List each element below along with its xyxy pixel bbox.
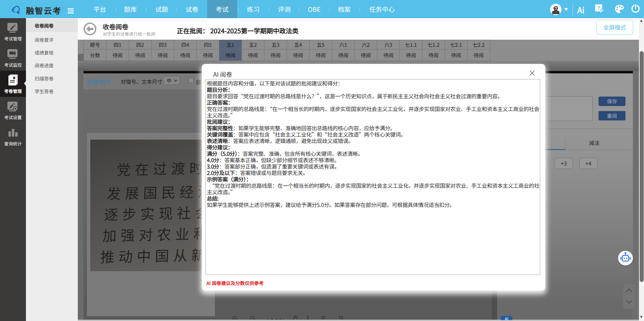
svg-text:?: ? — [597, 5, 600, 11]
